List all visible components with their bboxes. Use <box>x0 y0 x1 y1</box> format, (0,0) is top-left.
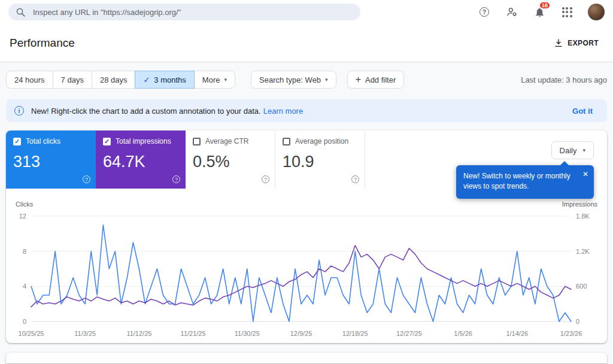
svg-text:12/27/25: 12/27/25 <box>396 330 422 337</box>
top-app-bar: Inspect any URL in "https://sadejogrip.o… <box>0 0 613 24</box>
right-axis-title: Impressions <box>562 201 597 208</box>
url-inspect-placeholder: Inspect any URL in "https://sadejogrip.o… <box>33 8 181 17</box>
check-icon: ✓ <box>143 75 150 84</box>
date-range-3-months[interactable]: ✓ 3 months <box>135 71 194 89</box>
notifications-bell-icon[interactable]: 18 <box>533 5 546 19</box>
svg-text:0: 0 <box>576 318 579 325</box>
search-type-filter[interactable]: Search type: Web ▾ <box>251 71 336 89</box>
total-clicks-tile[interactable]: ✓ Total clicks 313 ? <box>6 131 96 189</box>
add-filter-button[interactable]: + Add filter <box>347 71 405 89</box>
user-avatar[interactable] <box>588 4 605 20</box>
svg-text:0: 0 <box>23 318 26 325</box>
date-range-24-hours[interactable]: 24 hours <box>6 71 53 89</box>
average-position-checkbox[interactable]: ✓ <box>283 138 290 145</box>
google-apps-grid-icon[interactable] <box>560 5 573 19</box>
total-clicks-value: 313 <box>13 153 89 171</box>
download-icon <box>554 38 563 48</box>
svg-text:600: 600 <box>576 283 587 290</box>
check-icon: ✓ <box>14 138 20 145</box>
average-position-tile[interactable]: ✓ Average position 10.9 ? <box>275 131 365 189</box>
date-range-group: 24 hours 7 days 28 days ✓ 3 months More … <box>6 71 235 89</box>
help-circle-icon[interactable]: ? <box>172 175 180 183</box>
plus-icon: + <box>356 75 361 84</box>
help-circle-icon[interactable]: ? <box>351 175 359 183</box>
svg-text:11/21/25: 11/21/25 <box>181 330 206 337</box>
svg-text:12/9/25: 12/9/25 <box>290 330 312 337</box>
annotation-info-banner: i New! Right-click the chart to add a cu… <box>6 99 607 122</box>
svg-text:11/30/25: 11/30/25 <box>235 330 260 337</box>
last-update-text: Last update: 3 hours ago <box>521 75 607 84</box>
help-circle-icon[interactable]: ? <box>262 175 269 183</box>
learn-more-link[interactable]: Learn more <box>263 107 303 116</box>
svg-text:8: 8 <box>23 248 26 255</box>
next-panel-peek <box>6 353 607 363</box>
total-impressions-value: 64.7K <box>103 153 178 171</box>
got-it-button[interactable]: Got it <box>566 104 599 118</box>
average-ctr-tile[interactable]: ✓ Average CTR 0.5% ? <box>186 131 275 189</box>
svg-text:10/25/25: 10/25/25 <box>19 330 44 337</box>
close-icon[interactable]: ✕ <box>582 169 588 180</box>
svg-text:12: 12 <box>19 213 26 220</box>
total-impressions-tile[interactable]: ✓ Total impressions 64.7K ? <box>96 131 186 189</box>
search-icon <box>16 7 26 17</box>
page-header: Performance EXPORT <box>0 24 613 62</box>
page-title: Performance <box>10 37 75 50</box>
chevron-down-icon: ▾ <box>582 147 585 153</box>
svg-text:1.2K: 1.2K <box>576 248 590 255</box>
svg-text:1/5/26: 1/5/26 <box>454 330 472 337</box>
svg-text:4: 4 <box>23 283 26 290</box>
granularity-dropdown[interactable]: Daily ▾ <box>551 141 594 159</box>
notification-count-badge: 18 <box>539 1 551 10</box>
svg-text:11/12/25: 11/12/25 <box>126 330 151 337</box>
check-icon: ✓ <box>104 138 110 145</box>
average-ctr-checkbox[interactable]: ✓ <box>193 138 201 145</box>
date-range-more[interactable]: More ▾ <box>194 71 235 89</box>
banner-text: New! Right-click the chart to add a cust… <box>31 107 303 116</box>
help-icon[interactable]: ? <box>478 5 491 19</box>
export-button[interactable]: EXPORT <box>549 35 603 51</box>
date-range-7-days[interactable]: 7 days <box>53 71 92 89</box>
date-range-28-days[interactable]: 28 days <box>92 71 136 89</box>
url-inspect-input[interactable]: Inspect any URL in "https://sadejogrip.o… <box>8 4 360 20</box>
granularity-promo-tooltip: New! Switch to weekly or monthly views t… <box>456 165 594 199</box>
chevron-down-icon: ▾ <box>325 77 328 83</box>
svg-text:1/23/26: 1/23/26 <box>560 330 582 337</box>
svg-text:1/14/26: 1/14/26 <box>506 330 528 337</box>
svg-text:11/3/25: 11/3/25 <box>74 330 96 337</box>
total-clicks-checkbox[interactable]: ✓ <box>13 138 21 145</box>
left-axis-title: Clicks <box>16 201 33 208</box>
manage-accounts-icon[interactable] <box>505 5 518 19</box>
help-circle-icon[interactable]: ? <box>83 175 90 183</box>
average-ctr-value: 0.5% <box>193 153 268 171</box>
average-position-value: 10.9 <box>283 153 357 171</box>
performance-chart[interactable]: 0481206001.2K1.8K10/25/2511/3/2511/12/25… <box>7 209 606 339</box>
chevron-down-icon: ▾ <box>224 77 227 83</box>
filter-row: 24 hours 7 days 28 days ✓ 3 months More … <box>6 71 607 89</box>
performance-card: ✓ Total clicks 313 ? ✓ Total impressions… <box>6 131 607 343</box>
info-icon: i <box>14 106 24 116</box>
svg-text:12/18/25: 12/18/25 <box>342 330 368 337</box>
svg-text:1.8K: 1.8K <box>576 213 590 220</box>
total-impressions-checkbox[interactable]: ✓ <box>103 138 111 145</box>
